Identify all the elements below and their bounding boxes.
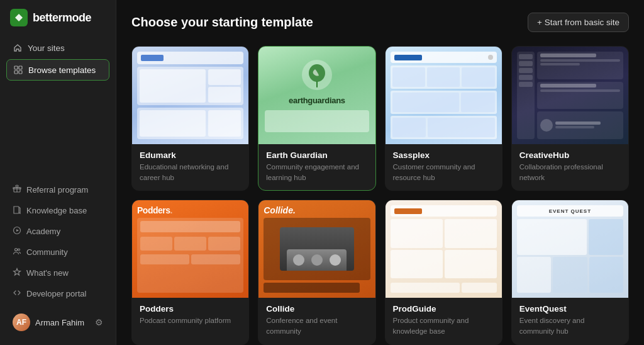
start-basic-button[interactable]: + Start from basic site [528,13,629,32]
sidebar-item-academy-label: Academy [26,227,60,236]
template-thumb-eventquest: EVENT QUEST [512,200,628,298]
book-icon [13,205,21,216]
template-thumb-creativehub [512,47,628,144]
template-name-creativehub: CreativeHub [519,150,621,160]
template-thumb-earth-guardian: earthguardians [258,47,375,144]
sidebar-item-whats-new[interactable]: What's new [6,263,109,283]
page-title: Choose your starting template [131,15,313,30]
sidebar-item-your-sites[interactable]: Your sites [6,38,109,58]
template-info-edumark: Edumark Educational networking and caree… [132,144,248,190]
template-card-collide[interactable]: Collide. Collide Conf [258,200,375,344]
user-name: Arman Fahim [35,318,90,327]
home-icon [13,43,23,53]
template-thumb-podders: Podders. [132,200,248,298]
svg-rect-3 [14,71,18,74]
sidebar-item-community-label: Community [26,247,68,257]
template-name-earth-guardian: Earth Guardian [266,150,367,160]
template-desc-collide: Conference and event community [266,315,367,336]
sidebar-item-knowledge-base-label: Knowledge base [26,206,87,215]
template-desc-podders: Podcast community platform [140,315,241,326]
template-info-eventquest: EventQuest Event discovery and community… [512,298,628,344]
sidebar-item-referral[interactable]: Referral program [6,180,109,200]
template-card-creativehub[interactable]: CreativeHub Collaboration professional n… [511,46,629,191]
template-grid: Edumark Educational networking and caree… [131,46,629,345]
template-name-edumark: Edumark [140,150,241,160]
logo-text: bettermode [33,11,91,25]
sidebar-item-academy[interactable]: Academy [6,222,109,241]
template-info-sassplex: Sassplex Customer community and resource… [386,144,502,190]
template-card-edumark[interactable]: Edumark Educational networking and caree… [131,46,249,191]
user-row[interactable]: AF Arman Fahim ⚙ [6,308,109,336]
play-icon [13,226,21,237]
sidebar-item-community[interactable]: Community [6,242,109,262]
template-info-podders: Podders Podcast community platform [132,298,248,334]
template-info-prodguide: ProdGuide Product community and knowledg… [386,298,502,344]
template-card-podders[interactable]: Podders. [131,200,249,344]
template-desc-sassplex: Customer community and resource hub [393,162,494,183]
sidebar: bettermode Your sites Browse templates [0,0,116,345]
template-desc-creativehub: Collaboration professional network [519,162,621,183]
template-name-collide: Collide [266,304,367,314]
grid-icon [13,65,23,75]
template-thumb-edumark [132,47,248,144]
sidebar-item-browse-templates[interactable]: Browse templates [6,59,109,81]
template-desc-eventquest: Event discovery and community hub [519,315,621,336]
template-name-sassplex: Sassplex [393,150,494,160]
bettermode-logo-icon [10,9,28,26]
svg-rect-1 [14,66,18,69]
sidebar-bottom-nav: Referral program Knowledge base Academy [6,180,109,303]
svg-rect-4 [19,71,22,74]
sidebar-item-whats-new-label: What's new [26,268,69,278]
template-card-sassplex[interactable]: Sassplex Customer community and resource… [385,46,502,191]
template-card-eventquest[interactable]: EVENT QUEST EventQue [511,200,629,344]
sidebar-item-knowledge-base[interactable]: Knowledge base [6,201,109,220]
sidebar-item-developer-portal[interactable]: Developer portal [6,284,109,303]
template-thumb-collide: Collide. [258,200,375,298]
gift-icon [13,184,21,195]
logo: bettermode [6,9,109,26]
sidebar-nav: Your sites Browse templates [6,38,109,81]
earth-guardians-leaf-icon [301,59,333,91]
svg-point-8 [18,249,20,251]
sidebar-item-browse-templates-label: Browse templates [28,65,96,75]
svg-rect-2 [19,66,22,69]
template-card-earth-guardian[interactable]: earthguardians Earth Guardian Community … [258,46,375,191]
template-info-earth-guardian: Earth Guardian Community engagement and … [258,144,375,190]
template-card-prodguide[interactable]: ProdGuide Product community and knowledg… [385,200,502,344]
template-thumb-sassplex [386,47,502,144]
template-info-creativehub: CreativeHub Collaboration professional n… [512,144,628,190]
template-info-collide: Collide Conference and event community [258,298,375,344]
template-desc-earth-guardian: Community engagement and learning hub [266,162,367,183]
main-header: Choose your starting template + Start fr… [131,13,629,32]
template-desc-edumark: Educational networking and career hub [140,162,241,183]
users-icon [13,247,21,257]
sidebar-item-your-sites-label: Your sites [28,43,65,53]
star-icon [13,268,21,278]
settings-icon[interactable]: ⚙ [95,317,103,327]
template-name-eventquest: EventQuest [519,304,621,314]
code-icon [13,288,21,299]
svg-point-7 [15,249,18,251]
sidebar-item-referral-label: Referral program [26,185,88,195]
sidebar-item-developer-portal-label: Developer portal [26,289,86,298]
template-name-prodguide: ProdGuide [393,304,494,314]
main-content: Choose your starting template + Start fr… [116,0,644,345]
template-thumb-prodguide [386,200,502,298]
template-desc-prodguide: Product community and knowledge base [393,315,494,336]
avatar: AF [13,314,30,331]
template-name-podders: Podders [140,304,241,314]
